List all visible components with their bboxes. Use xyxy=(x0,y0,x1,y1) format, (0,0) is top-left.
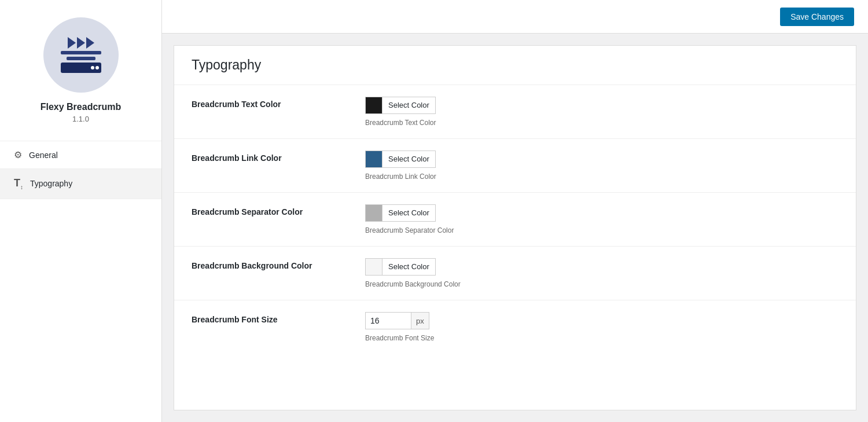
setting-label-col-breadcrumb-font-size: Breadcrumb Font Size xyxy=(192,312,365,325)
color-swatch-breadcrumb-text-color[interactable] xyxy=(365,97,382,114)
settings-row-breadcrumb-separator-color: Breadcrumb Separator ColorSelect ColorBr… xyxy=(174,193,856,247)
logo-dot-2 xyxy=(95,66,99,69)
setting-label-col-breadcrumb-text-color: Breadcrumb Text Color xyxy=(192,97,365,109)
plugin-logo xyxy=(43,17,119,93)
setting-description-breadcrumb-text-color: Breadcrumb Text Color xyxy=(365,119,838,127)
sidebar-item-general-label: General xyxy=(29,151,58,160)
settings-row-breadcrumb-font-size: Breadcrumb Font SizepxBreadcrumb Font Si… xyxy=(174,300,856,354)
setting-label-col-breadcrumb-link-color: Breadcrumb Link Color xyxy=(192,151,365,163)
logo-arrow-3-icon xyxy=(86,37,94,49)
setting-label-col-breadcrumb-separator-color: Breadcrumb Separator Color xyxy=(192,204,365,217)
typography-icon: T↕ xyxy=(14,177,23,190)
color-picker-row-breadcrumb-background-color: Select Color xyxy=(365,258,838,276)
logo-bar-1 xyxy=(61,51,101,54)
logo-arrows-icon xyxy=(68,37,94,49)
setting-label-breadcrumb-background-color: Breadcrumb Background Color xyxy=(192,261,312,270)
color-picker-row-breadcrumb-link-color: Select Color xyxy=(365,151,838,168)
setting-label-breadcrumb-font-size: Breadcrumb Font Size xyxy=(192,315,278,324)
select-color-button-breadcrumb-separator-color[interactable]: Select Color xyxy=(382,204,436,222)
select-color-button-breadcrumb-text-color[interactable]: Select Color xyxy=(382,97,436,114)
setting-control-col-breadcrumb-text-color: Select ColorBreadcrumb Text Color xyxy=(365,97,838,127)
settings-container: Breadcrumb Text ColorSelect ColorBreadcr… xyxy=(174,85,856,354)
logo-arrow-1-icon xyxy=(68,37,76,49)
content-area: Typography Breadcrumb Text ColorSelect C… xyxy=(174,45,856,410)
setting-label-breadcrumb-text-color: Breadcrumb Text Color xyxy=(192,100,281,109)
font-size-unit-breadcrumb-font-size: px xyxy=(411,312,429,329)
sidebar-item-typography-label: Typography xyxy=(30,179,72,188)
nav-menu: ⚙ General T↕ Typography xyxy=(0,141,161,199)
top-bar: Save Changes xyxy=(162,0,868,34)
font-size-row-breadcrumb-font-size: px xyxy=(365,312,838,329)
color-picker-row-breadcrumb-separator-color: Select Color xyxy=(365,204,838,222)
select-color-button-breadcrumb-link-color[interactable]: Select Color xyxy=(382,151,436,168)
page-title: Typography xyxy=(174,46,856,85)
setting-label-col-breadcrumb-background-color: Breadcrumb Background Color xyxy=(192,258,365,271)
select-color-button-breadcrumb-background-color[interactable]: Select Color xyxy=(382,258,436,276)
plugin-logo-inner xyxy=(61,37,101,73)
font-size-input-breadcrumb-font-size[interactable] xyxy=(365,312,411,329)
setting-description-breadcrumb-font-size: Breadcrumb Font Size xyxy=(365,334,838,342)
setting-control-col-breadcrumb-background-color: Select ColorBreadcrumb Background Color xyxy=(365,258,838,288)
color-swatch-breadcrumb-background-color[interactable] xyxy=(365,258,382,276)
main-content: Save Changes Typography Breadcrumb Text … xyxy=(162,0,868,422)
settings-row-breadcrumb-background-color: Breadcrumb Background ColorSelect ColorB… xyxy=(174,247,856,300)
save-button[interactable]: Save Changes xyxy=(780,8,854,26)
setting-control-col-breadcrumb-font-size: pxBreadcrumb Font Size xyxy=(365,312,838,342)
color-swatch-breadcrumb-link-color[interactable] xyxy=(365,151,382,168)
setting-label-breadcrumb-link-color: Breadcrumb Link Color xyxy=(192,153,282,163)
settings-row-breadcrumb-text-color: Breadcrumb Text ColorSelect ColorBreadcr… xyxy=(174,85,856,139)
logo-rect xyxy=(61,63,101,73)
setting-control-col-breadcrumb-link-color: Select ColorBreadcrumb Link Color xyxy=(365,151,838,181)
plugin-version: 1.1.0 xyxy=(72,115,89,123)
gear-icon: ⚙ xyxy=(14,149,22,160)
sidebar: Flexy Breadcrumb 1.1.0 ⚙ General T↕ Typo… xyxy=(0,0,162,422)
color-swatch-breadcrumb-separator-color[interactable] xyxy=(365,204,382,222)
setting-control-col-breadcrumb-separator-color: Select ColorBreadcrumb Separator Color xyxy=(365,204,838,234)
setting-description-breadcrumb-separator-color: Breadcrumb Separator Color xyxy=(365,226,838,234)
plugin-name: Flexy Breadcrumb xyxy=(41,102,122,112)
settings-row-breadcrumb-link-color: Breadcrumb Link ColorSelect ColorBreadcr… xyxy=(174,139,856,193)
color-picker-row-breadcrumb-text-color: Select Color xyxy=(365,97,838,114)
setting-description-breadcrumb-background-color: Breadcrumb Background Color xyxy=(365,280,838,288)
setting-description-breadcrumb-link-color: Breadcrumb Link Color xyxy=(365,173,838,181)
logo-dot-1 xyxy=(91,66,94,69)
setting-label-breadcrumb-separator-color: Breadcrumb Separator Color xyxy=(192,207,303,216)
logo-arrow-2-icon xyxy=(77,37,85,49)
sidebar-item-general[interactable]: ⚙ General xyxy=(0,141,161,169)
logo-bar-2 xyxy=(67,57,95,60)
sidebar-item-typography[interactable]: T↕ Typography xyxy=(0,169,161,199)
